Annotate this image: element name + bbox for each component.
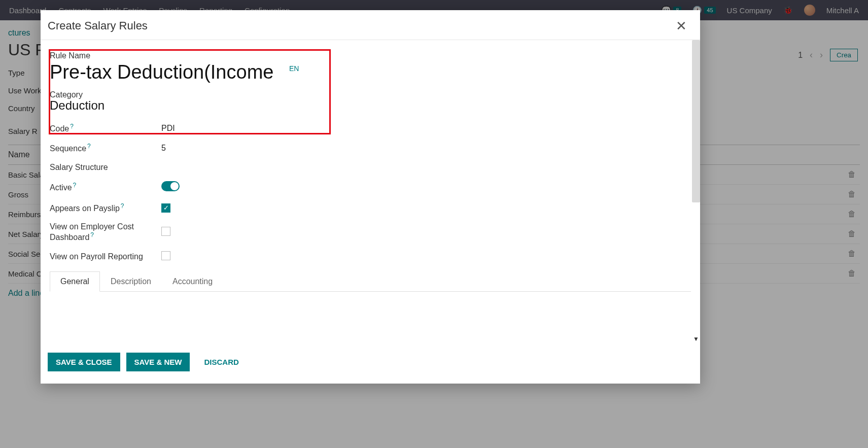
tab-accounting[interactable]: Accounting bbox=[162, 271, 223, 291]
modal-footer: SAVE & CLOSE SAVE & NEW DISCARD bbox=[41, 344, 700, 384]
rule-name-label: Rule Name bbox=[50, 51, 691, 60]
scroll-down-icon[interactable]: ▼ bbox=[693, 335, 699, 342]
appears-on-payslip-label: Appears on Payslip bbox=[50, 204, 120, 213]
active-toggle[interactable] bbox=[161, 181, 180, 191]
code-input[interactable]: PDI bbox=[161, 124, 175, 133]
tab-description[interactable]: Description bbox=[100, 271, 162, 291]
sequence-label: Sequence bbox=[50, 145, 86, 153]
help-icon[interactable]: ? bbox=[87, 143, 91, 150]
scrollbar[interactable] bbox=[692, 40, 700, 202]
active-label: Active bbox=[50, 183, 72, 192]
salary-structure-label: Salary Structure bbox=[50, 163, 161, 172]
payroll-reporting-checkbox[interactable] bbox=[161, 251, 170, 260]
rule-name-input[interactable]: Pre-tax Deduction(Income bbox=[50, 61, 288, 83]
modal-body: ▼ Rule Name Pre-tax Deduction(Income EN … bbox=[41, 40, 700, 344]
sequence-input[interactable]: 5 bbox=[161, 144, 166, 153]
help-icon[interactable]: ? bbox=[121, 202, 124, 210]
help-icon[interactable]: ? bbox=[73, 182, 77, 189]
save-close-button[interactable]: SAVE & CLOSE bbox=[48, 353, 120, 371]
code-label: Code bbox=[50, 124, 69, 133]
discard-button[interactable]: DISCARD bbox=[196, 353, 247, 371]
modal-title: Create Salary Rules bbox=[48, 19, 148, 32]
close-icon[interactable]: ✕ bbox=[676, 19, 687, 32]
tab-general[interactable]: General bbox=[50, 271, 100, 292]
employer-cost-checkbox[interactable] bbox=[161, 227, 170, 236]
translate-en-button[interactable]: EN bbox=[289, 61, 299, 73]
tabs: General Description Accounting bbox=[50, 271, 691, 292]
help-icon[interactable]: ? bbox=[90, 231, 94, 238]
help-icon[interactable]: ? bbox=[70, 123, 74, 130]
save-new-button[interactable]: SAVE & NEW bbox=[126, 353, 190, 371]
appears-on-payslip-checkbox[interactable]: ✓ bbox=[161, 203, 170, 213]
category-input[interactable]: Deduction bbox=[50, 98, 691, 113]
create-salary-rule-modal: Create Salary Rules ✕ ▼ Rule Name Pre-ta… bbox=[41, 10, 700, 384]
payroll-reporting-label: View on Payroll Reporting bbox=[50, 252, 161, 261]
